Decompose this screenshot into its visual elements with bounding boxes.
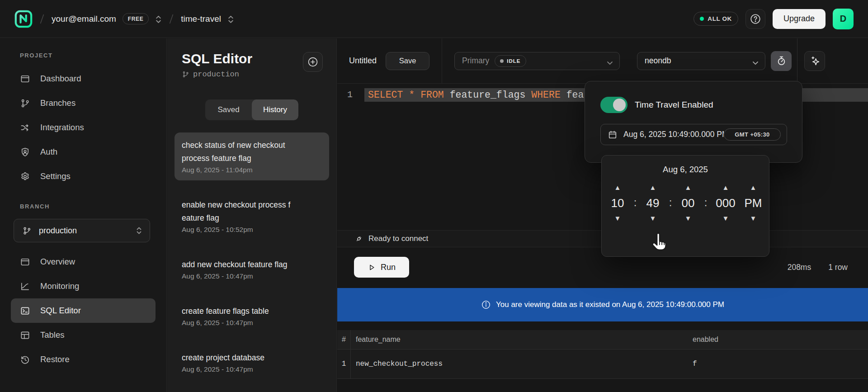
datetime-value: Aug 6, 2025 10:49:00.000 PM [623,130,724,139]
table-row[interactable]: 1new_checkout_processf [337,349,868,379]
sql-token-keyword: WHERE [531,90,561,100]
plus-circle-icon [307,56,319,68]
panel-branch-label: production [193,70,239,79]
help-button[interactable] [745,9,765,29]
spinner-down-button[interactable]: ▼ [722,213,729,223]
time-travel-button[interactable] [771,51,792,71]
spinner-up-button[interactable]: ▲ [750,183,757,193]
sidebar-item-restore[interactable]: Restore [11,347,156,372]
picker-date-header: Aug 6, 2025 [602,165,769,175]
sidebar-item-integrations[interactable]: Integrations [11,115,156,140]
sparkles-icon [809,55,821,66]
line-number: 1 [337,88,364,102]
integrations-icon [20,123,30,133]
branch-selector[interactable]: production [14,219,150,242]
spinner-up-button[interactable]: ▲ [650,183,656,193]
history-item[interactable]: create project databaseAug 6, 2025 - 10:… [175,345,329,380]
sidebar-item-monitoring[interactable]: Monitoring [11,274,156,298]
time-spinner-column: ▲49▼ [643,183,663,223]
saved-history-tabs: Saved History [205,99,298,120]
time-value: PM [745,195,762,211]
table-cell: 1 [337,349,351,378]
sidebar-item-label: Dashboard [40,74,81,84]
sql-token-plain [415,90,420,100]
sidebar-item-label: SQL Editor [40,306,81,316]
sql-token-plain: feature_flags [444,90,532,100]
breadcrumb-slash [39,13,45,25]
table-cell: new_checkout_process [351,349,687,378]
editor-toolbar: Untitled Save Primary IDLE neondb [337,38,868,84]
neon-logo-icon[interactable] [14,10,33,28]
history-item-timestamp: Aug 6, 2025 - 11:04pm [182,166,322,174]
time-spinner-column: ▲000▼ [713,183,738,223]
sql-editor-panel: SQL Editor production Saved History chec… [167,38,337,392]
history-item[interactable]: create feature flags tableAug 6, 2025 - … [175,298,329,333]
account-switcher-chevrons-icon[interactable] [155,14,162,24]
query-stats: 208ms 1 row [788,263,848,272]
compute-status-badge: IDLE [495,55,526,67]
compute-select[interactable]: Primary IDLE [454,52,620,70]
calendar-icon [608,130,618,140]
avatar[interactable]: D [833,9,854,29]
history-item[interactable]: add new checkout feature flagAug 6, 2025… [175,252,329,287]
project-switcher-chevrons-icon[interactable] [227,14,234,24]
spinner-up-button[interactable]: ▲ [614,183,621,193]
sidebar-item-label: Monitoring [40,281,79,291]
time-value: 49 [646,195,660,211]
run-button[interactable]: Run [354,257,409,278]
question-icon [750,13,761,25]
spinner-up-button[interactable]: ▲ [722,183,729,193]
breadcrumb-slash [168,13,175,25]
sql-token-keyword: SELECT [368,90,403,100]
sidebar-item-settings[interactable]: Settings [11,164,156,189]
datetime-input[interactable]: Aug 6, 2025 10:49:00.000 PM GMT +05:30 [600,124,787,145]
timezone-badge[interactable]: GMT +05:30 [724,128,781,141]
results-area: You are viewing data as it existed on Au… [337,287,868,392]
history-item[interactable]: enable new checkout process feature flag… [175,192,329,240]
spinner-down-button[interactable]: ▼ [685,213,692,223]
new-query-button[interactable] [303,52,323,72]
time-spinner-column: ▲PM▼ [743,183,763,223]
spinner-down-button[interactable]: ▼ [650,213,656,223]
auth-icon [20,147,30,157]
status-badge[interactable]: ALL OK [693,12,738,26]
time-spinner-column: ▲10▼ [608,183,627,223]
column-header: enabled [687,330,868,349]
query-duration: 208ms [788,263,811,272]
settings-icon [20,171,30,182]
tab-history[interactable]: History [252,99,298,120]
spinner-down-button[interactable]: ▼ [750,213,757,223]
time-spinner-grid: ▲10▼:▲49▼:▲00▼:▲000▼▲PM▼ [602,183,769,223]
overview-icon [20,257,30,267]
history-item-title: add new checkout feature flag [182,258,322,271]
tables-icon [20,330,30,340]
sidebar-section-branch: BRANCH [11,203,156,210]
sidebar-item-tables[interactable]: Tables [11,323,156,347]
branch-selector-chevrons-icon [136,226,142,236]
sql-token-keyword: * [409,90,415,100]
sidebar-item-dashboard[interactable]: Dashboard [11,66,156,91]
ai-assistant-button[interactable] [804,51,825,71]
plug-icon [354,234,363,244]
database-select[interactable]: neondb [637,52,765,70]
spinner-up-button[interactable]: ▲ [685,183,692,193]
upgrade-button[interactable]: Upgrade [773,9,826,29]
time-travel-toggle[interactable] [600,97,627,113]
query-tab-title[interactable]: Untitled [349,56,377,66]
sidebar-item-auth[interactable]: Auth [11,140,156,164]
history-item-timestamp: Aug 6, 2025 - 10:47pm [182,272,322,280]
top-bar: your@email.com FREE time-travel ALL OK U… [0,0,868,38]
time-value: 00 [682,195,695,211]
history-item[interactable]: check status of new checkoutprocess feat… [175,132,329,180]
sidebar-item-sql-editor[interactable]: SQL Editor [11,298,156,323]
sidebar-item-label: Branches [40,98,75,108]
spinner-down-button[interactable]: ▼ [614,213,621,223]
project-name[interactable]: time-travel [181,14,221,24]
sidebar-item-overview[interactable]: Overview [11,250,156,274]
sidebar-item-branches[interactable]: Branches [11,91,156,115]
time-separator: : [633,183,637,223]
account-email[interactable]: your@email.com [52,14,116,24]
tab-saved[interactable]: Saved [205,99,252,120]
monitoring-icon [20,281,30,292]
save-button[interactable]: Save [386,52,429,70]
